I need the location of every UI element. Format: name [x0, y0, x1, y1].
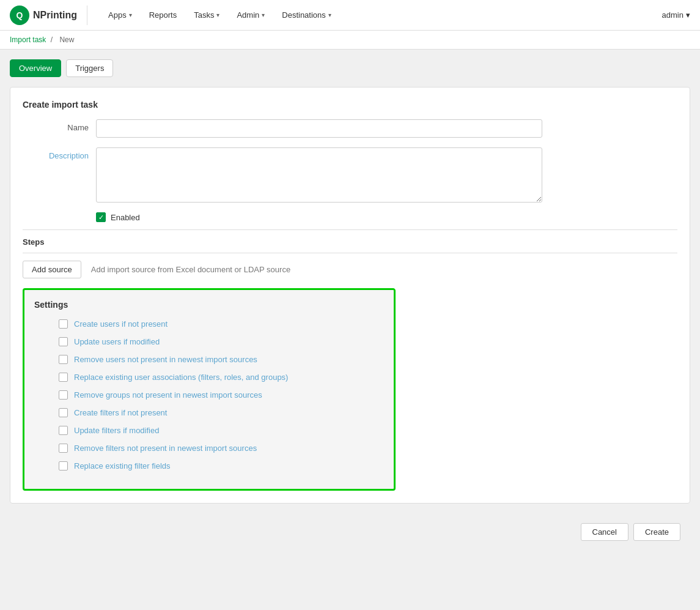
- setting-item-2: Remove users not present in newest impor…: [59, 355, 384, 364]
- nav-item-tasks[interactable]: Tasks ▾: [185, 0, 228, 30]
- setting-label-8: Replace existing filter fields: [74, 461, 171, 471]
- setting-label-6: Update filters if modified: [74, 426, 159, 435]
- setting-item-6: Update filters if modified: [59, 426, 384, 435]
- setting-item-3: Replace existing user associations (filt…: [59, 373, 384, 382]
- navbar: Q NPrinting Apps ▾ Reports Tasks ▾ Admin…: [0, 0, 700, 31]
- setting-checkbox-0[interactable]: [59, 319, 68, 329]
- name-group: Name: [23, 119, 677, 138]
- brand-name: NPrinting: [33, 10, 77, 21]
- description-group: Description: [23, 147, 677, 203]
- setting-item-8: Replace existing filter fields: [59, 461, 384, 471]
- name-input[interactable]: [96, 119, 542, 138]
- qlik-icon: Q: [10, 6, 29, 25]
- setting-checkbox-3[interactable]: [59, 373, 68, 382]
- setting-label-5: Create filters if not present: [74, 408, 167, 417]
- steps-section: Steps Add source Add import source from …: [23, 237, 677, 278]
- brand: Q NPrinting: [10, 6, 87, 25]
- setting-checkbox-7[interactable]: [59, 444, 68, 453]
- chevron-down-icon: ▾: [686, 10, 690, 20]
- form-title: Create import task: [23, 100, 677, 110]
- setting-checkbox-5[interactable]: [59, 408, 68, 417]
- name-label: Name: [23, 119, 96, 132]
- description-label: Description: [23, 147, 96, 160]
- setting-label-4: Remove groups not present in newest impo…: [74, 390, 262, 400]
- setting-item-7: Remove filters not present in newest imp…: [59, 444, 384, 453]
- setting-checkbox-6[interactable]: [59, 426, 68, 435]
- breadcrumb-parent[interactable]: Import task: [10, 35, 46, 44]
- chevron-down-icon: ▾: [262, 12, 265, 18]
- footer-actions: Cancel Create: [10, 513, 690, 551]
- form-card: Create import task Name Description Enab…: [10, 87, 690, 504]
- divider: [23, 229, 677, 230]
- steps-bar: Add source Add import source from Excel …: [23, 253, 677, 278]
- content-area: Overview Triggers Create import task Nam…: [0, 50, 700, 560]
- create-button[interactable]: Create: [633, 523, 680, 541]
- setting-item-5: Create filters if not present: [59, 408, 384, 417]
- chevron-down-icon: ▾: [129, 12, 132, 18]
- tab-overview[interactable]: Overview: [10, 59, 61, 77]
- nav-item-destinations[interactable]: Destinations ▾: [273, 0, 340, 30]
- setting-checkbox-1[interactable]: [59, 337, 68, 346]
- enabled-label: Enabled: [111, 213, 140, 222]
- cancel-button[interactable]: Cancel: [581, 523, 628, 541]
- setting-label-1: Update users if modified: [74, 337, 160, 346]
- setting-checkbox-8[interactable]: [59, 461, 68, 471]
- add-source-button[interactable]: Add source: [23, 261, 81, 278]
- setting-checkbox-4[interactable]: [59, 390, 68, 400]
- setting-checkbox-2[interactable]: [59, 355, 68, 364]
- nav-items: Apps ▾ Reports Tasks ▾ Admin ▾ Destinati…: [100, 0, 690, 30]
- chevron-down-icon: ▾: [216, 12, 219, 18]
- steps-hint: Add import source from Excel document or…: [91, 265, 290, 274]
- qlik-logo: Q NPrinting: [10, 6, 77, 25]
- settings-panel: Settings Create users if not present Upd…: [23, 288, 396, 491]
- enabled-row: Enabled: [96, 212, 677, 222]
- setting-item-1: Update users if modified: [59, 337, 384, 346]
- setting-label-2: Remove users not present in newest impor…: [74, 355, 257, 364]
- breadcrumb: Import task / New: [0, 31, 700, 50]
- setting-item-0: Create users if not present: [59, 319, 384, 329]
- setting-label-0: Create users if not present: [74, 319, 168, 329]
- breadcrumb-separator: /: [51, 35, 53, 44]
- nav-item-reports[interactable]: Reports: [141, 0, 186, 30]
- description-input[interactable]: [96, 147, 542, 203]
- setting-label-7: Remove filters not present in newest imp…: [74, 444, 257, 453]
- steps-title: Steps: [23, 237, 677, 247]
- chevron-down-icon: ▾: [328, 12, 331, 18]
- nav-item-admin[interactable]: Admin ▾: [228, 0, 273, 30]
- setting-label-3: Replace existing user associations (filt…: [74, 373, 288, 382]
- setting-item-4: Remove groups not present in newest impo…: [59, 390, 384, 400]
- breadcrumb-current: New: [59, 35, 74, 44]
- nav-item-apps[interactable]: Apps ▾: [100, 0, 141, 30]
- tab-triggers[interactable]: Triggers: [66, 59, 113, 77]
- tabs: Overview Triggers: [10, 59, 690, 77]
- user-menu[interactable]: admin ▾: [662, 10, 690, 20]
- settings-title: Settings: [34, 300, 384, 310]
- enabled-checkbox[interactable]: [96, 212, 106, 222]
